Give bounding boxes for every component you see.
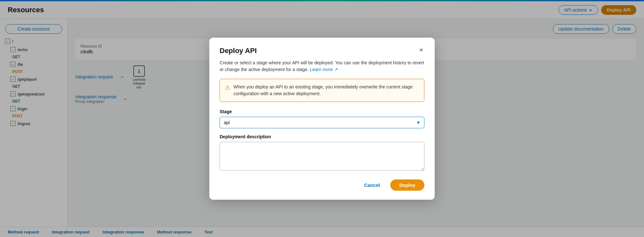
cancel-button[interactable]: Cancel — [360, 180, 384, 190]
stage-label: Stage — [220, 109, 424, 114]
stage-form-group: Stage api *New Stage* ▼ — [220, 109, 424, 128]
stage-select-wrapper: api *New Stage* ▼ — [220, 117, 424, 128]
warning-box: ⚠ When you deploy an API to an existing … — [220, 79, 424, 102]
learn-more-link[interactable]: Learn more ↗ — [310, 67, 338, 72]
warning-icon: ⚠ — [225, 84, 230, 91]
modal-footer: Cancel Deploy — [220, 179, 424, 191]
deploy-button[interactable]: Deploy — [390, 179, 424, 191]
modal-close-button[interactable]: × — [418, 47, 424, 53]
deployment-description-label: Deployment description — [220, 134, 424, 139]
deployment-description-form-group: Deployment description — [220, 134, 424, 172]
modal-overlay[interactable]: Deploy API × Create or select a stage wh… — [0, 0, 644, 237]
warning-text: When you deploy an API to an existing st… — [233, 84, 419, 97]
modal-title: Deploy API — [220, 47, 257, 55]
external-link-icon: ↗ — [333, 67, 338, 72]
deploy-api-modal: Deploy API × Create or select a stage wh… — [209, 38, 435, 200]
modal-header: Deploy API × — [220, 47, 424, 55]
stage-select[interactable]: api *New Stage* — [220, 117, 424, 128]
modal-description: Create or select a stage where your API … — [220, 59, 424, 73]
deployment-description-input[interactable] — [220, 142, 424, 171]
